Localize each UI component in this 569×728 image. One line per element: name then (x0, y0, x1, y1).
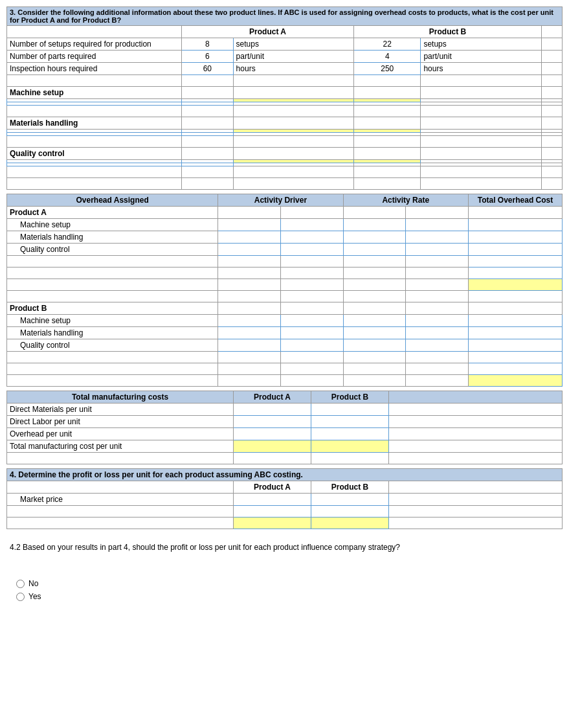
mh-empty3 (354, 117, 421, 130)
oa-spacer10 (343, 267, 406, 279)
oa-mh-input1[interactable] (218, 231, 281, 244)
ob-mh-input5[interactable] (468, 327, 562, 339)
extra-col (541, 26, 562, 38)
oa-ms-input2[interactable] (280, 219, 343, 231)
mfg-row1-a[interactable] (234, 404, 311, 416)
sec4-col-b: Product B (311, 481, 389, 494)
oa-mh-input2[interactable] (280, 231, 343, 244)
oa-qc-input5[interactable] (468, 244, 562, 256)
oa-ms-input3[interactable] (343, 219, 406, 231)
oa-mh-input4[interactable] (406, 231, 469, 244)
mfg-row1-b[interactable] (311, 404, 389, 416)
radio-yes-option[interactable]: Yes (16, 592, 553, 601)
ob-qc-input1[interactable] (218, 339, 281, 352)
radio-no[interactable] (16, 580, 25, 588)
ob-qc-input3[interactable] (343, 339, 406, 352)
sec4-mp-a[interactable] (234, 494, 311, 506)
oa-ms-input1[interactable] (218, 219, 281, 231)
ob-spacer3 (280, 352, 343, 363)
ob-ms-input2[interactable] (280, 315, 343, 327)
sec4-total-b[interactable] (311, 518, 389, 529)
row1-label: Number of setups required for production (7, 38, 182, 51)
ob-qc-input5[interactable] (468, 339, 562, 352)
ob-qc-input4[interactable] (406, 339, 469, 352)
ob-quality-control: Quality control (7, 339, 218, 352)
oa-qc-input1[interactable] (218, 244, 281, 256)
oa-ms-input5[interactable] (468, 219, 562, 231)
mh-empty1 (182, 117, 234, 130)
mfg-col-a: Product A (234, 391, 311, 404)
ob-ms-input5[interactable] (468, 315, 562, 327)
sec4-spacer2[interactable] (234, 506, 311, 518)
ob-mh-input2[interactable] (280, 327, 343, 339)
oa-spacer12[interactable] (468, 267, 562, 279)
qc-empty2 (233, 148, 353, 160)
mfg-row3-extra (389, 428, 563, 440)
mfg-row1-extra (389, 404, 563, 416)
oa-mh-input3[interactable] (343, 231, 406, 244)
mfg-row3-b[interactable] (311, 428, 389, 440)
mfg-row4: Total manufacturing cost per unit (7, 440, 234, 453)
mfg-row4-b[interactable] (311, 440, 389, 453)
ob-spacer12[interactable] (468, 363, 562, 375)
sec4-spacer3[interactable] (311, 506, 389, 518)
radio-yes[interactable] (16, 593, 25, 601)
ob-qc-input2[interactable] (280, 339, 343, 352)
oa-spacer6[interactable] (468, 256, 562, 267)
mh-spacer5 (421, 136, 541, 148)
ob-empty3 (343, 302, 406, 315)
mfg-row2: Direct Labor per unit (7, 416, 234, 428)
mfg-row3-a[interactable] (234, 428, 311, 440)
empty2 (182, 75, 234, 87)
radio-no-option[interactable]: No (16, 579, 553, 588)
oa-qc-input4[interactable] (406, 244, 469, 256)
qc-empty3 (354, 148, 421, 160)
ms-spacer5 (421, 106, 541, 117)
ob-mh-input3[interactable] (343, 327, 406, 339)
ob-spacer4 (343, 352, 406, 363)
mfg-row2-b[interactable] (311, 416, 389, 428)
ob-total-yellow[interactable] (468, 375, 562, 387)
ms-spacer3 (233, 106, 353, 117)
sec4-mp-extra (389, 494, 563, 506)
row3-unit-b: hours (421, 63, 541, 75)
qc-empty4 (421, 148, 541, 160)
ob-spacer1 (7, 352, 218, 363)
oa-spacer7 (7, 267, 218, 279)
sec4-total-a[interactable] (234, 518, 311, 529)
mh-spacer3 (233, 136, 353, 148)
mfg-row4-extra (389, 440, 563, 453)
sec4-market-price: Market price (7, 494, 234, 506)
qc-spacer7 (7, 178, 182, 190)
mfg-row3: Overhead per unit (7, 428, 234, 440)
ob-ms-input1[interactable] (218, 315, 281, 327)
ob-spacer13 (7, 375, 218, 387)
radio-no-label: No (28, 579, 38, 588)
ob-spacer02 (280, 291, 343, 302)
ob-mh-input4[interactable] (406, 327, 469, 339)
ob-mh-input1[interactable] (218, 327, 281, 339)
sec4-mp-b[interactable] (311, 494, 389, 506)
ob-spacer16 (343, 375, 406, 387)
radio-group: No Yes (10, 562, 559, 618)
mfg-row2-a[interactable] (234, 416, 311, 428)
oa-ms-input4[interactable] (406, 219, 469, 231)
ob-ms-input4[interactable] (406, 315, 469, 327)
mfg-row4-a[interactable] (234, 440, 311, 453)
oa-qc-input3[interactable] (343, 244, 406, 256)
qc-spacer6 (541, 166, 562, 178)
ob-ms-input3[interactable] (343, 315, 406, 327)
oa-total-yellow[interactable] (468, 279, 562, 291)
mfg-col-b: Product B (311, 391, 389, 404)
ob-spacer01 (218, 291, 281, 302)
row2-label: Number of parts required (7, 51, 182, 63)
mfg-row2-extra (389, 416, 563, 428)
ob-spacer6[interactable] (468, 352, 562, 363)
qc-spacer5 (421, 166, 541, 178)
ob-spacer17 (406, 375, 469, 387)
oa-qc-input2[interactable] (280, 244, 343, 256)
oa-mh-input5[interactable] (468, 231, 562, 244)
row2-extra (541, 51, 562, 63)
ob-spacer05 (468, 291, 562, 302)
row1-val-a: 8 (182, 38, 234, 51)
